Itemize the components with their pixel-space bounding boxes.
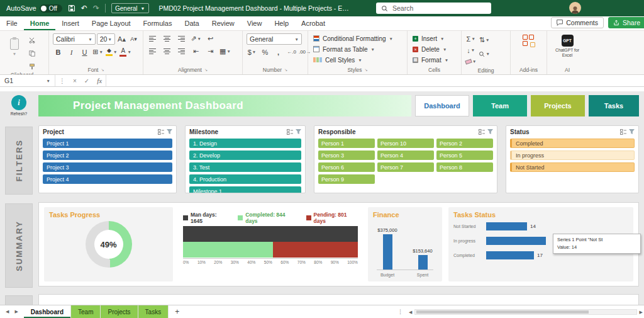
slicer-item-develop[interactable]: 2. Develop [189,150,301,160]
tab-view[interactable]: View [241,16,269,30]
tab-review[interactable]: Review [206,16,241,30]
slicer-item-design[interactable]: 1. Design [189,139,301,148]
slicer-item-person-1[interactable]: Person 1 [318,139,375,148]
slicer-item-person-6[interactable]: Person 6 [318,162,375,172]
comma-style-button[interactable]: , [273,47,284,57]
nav-tab-projects[interactable]: Projects [531,95,585,116]
scroll-right-icon[interactable]: ▶ [640,310,643,315]
nav-tab-team[interactable]: Team [473,95,527,116]
clear-filter-icon[interactable] [629,129,635,135]
slicer-item-in-progress[interactable]: In progress [510,150,635,160]
slicer-item-person-10[interactable]: Person 10 [377,139,434,148]
increase-indent-button[interactable]: ⇥ [205,46,216,57]
slicer-item-person-8[interactable]: Person 8 [436,162,493,172]
formula-input[interactable] [106,75,644,86]
conditional-formatting-button[interactable]: Conditional Formatting▼ [312,33,394,43]
sheet-tab-team[interactable]: Team [71,305,101,318]
orientation-button[interactable]: ⇗▼ [191,33,201,44]
insert-function-icon[interactable]: fx [93,77,106,84]
slicer-item-completed[interactable]: Completed [510,139,635,148]
sheet-tab-tasks[interactable]: Tasks [138,305,169,318]
slicer-item-test[interactable]: 3. Test [189,162,301,172]
grow-font-button[interactable]: A▴ [116,34,127,45]
slicer-item-person-4[interactable]: Person 4 [377,150,434,160]
number-format-combo[interactable]: General▼ [247,33,302,45]
fill-button[interactable]: ↓▼ [465,45,476,55]
save-icon[interactable] [68,4,75,12]
clear-button[interactable]: ▼ [465,56,476,67]
tab-insert[interactable]: Insert [55,16,86,30]
sheet-next-icon[interactable]: ▶ [14,309,18,314]
dialog-launcher-icon[interactable]: ↘ [204,67,208,72]
find-select-button[interactable]: ▼ [479,48,489,59]
cancel-icon[interactable]: × [69,77,80,84]
slicer-item-project-1[interactable]: Project 1 [43,139,172,148]
format-as-table-button[interactable]: Format as Table▼ [312,44,394,54]
copy-button[interactable] [26,48,37,59]
slicer-item-person-7[interactable]: Person 7 [377,162,434,172]
multiselect-icon[interactable] [620,129,626,135]
chatgpt-for-excel-button[interactable]: GPT ChatGPT for Excel [551,33,584,59]
tab-file[interactable]: File [0,16,24,30]
underline-button[interactable]: U [79,47,90,57]
slicer-item-person-3[interactable]: Person 3 [318,150,375,160]
slicer-item-project-4[interactable]: Project 4 [43,174,172,184]
font-size-combo[interactable]: 20▼ [97,33,115,45]
slicer-item-person-2[interactable]: Person 2 [436,139,493,148]
italic-button[interactable]: I [66,47,77,57]
bold-button[interactable]: B [53,47,64,57]
dialog-launcher-icon[interactable]: ↘ [365,67,368,72]
sort-filter-button[interactable]: ⇅▼ [479,35,489,45]
delete-cells-button[interactable]: ×Delete▼ [411,44,450,54]
paste-button[interactable]: ▼ [5,33,24,61]
nav-tab-dashboard[interactable]: Dashboard [415,95,469,116]
clear-filter-icon[interactable] [296,129,301,135]
quick-style-dropdown[interactable]: General▼ [111,3,149,13]
dialog-launcher-icon[interactable]: ↘ [101,67,104,72]
decrease-indent-button[interactable]: ⇤ [191,46,201,57]
wrap-text-button[interactable]: ↩ [205,33,216,44]
multiselect-icon[interactable] [479,129,485,135]
slicer-item-production[interactable]: 4. Production [189,174,301,184]
multiselect-icon[interactable] [287,129,293,135]
new-sheet-button[interactable]: + [169,305,186,318]
scrollbar-track[interactable] [414,309,636,315]
percent-button[interactable]: % [260,47,270,57]
tab-page-layout[interactable]: Page Layout [86,16,137,30]
autosum-button[interactable]: Σ▼ [465,33,476,44]
sheet-tab-projects[interactable]: Projects [101,305,138,318]
multiselect-icon[interactable] [158,129,164,135]
autosave-pill[interactable]: Off [40,4,62,13]
tab-acrobat[interactable]: Acrobat [295,16,331,30]
undo-icon[interactable]: ↶ [81,4,87,12]
slicer-item-not-started[interactable]: Not Started [510,162,635,172]
clear-filter-icon[interactable] [167,129,172,135]
align-right-icon[interactable] [176,46,187,57]
cell-styles-button[interactable]: Cell Styles▼ [312,55,394,65]
slicer-item-project-3[interactable]: Project 3 [43,162,172,172]
format-cells-button[interactable]: ▦Format▼ [411,55,450,65]
avatar[interactable] [569,2,581,14]
clear-filter-icon[interactable] [487,129,493,135]
cut-button[interactable] [26,35,37,45]
scrollbar-thumb[interactable] [416,310,589,314]
slicer-item-person-9[interactable]: Person 9 [318,174,375,184]
align-center-icon[interactable] [162,46,172,57]
addins-button[interactable] [520,33,538,48]
share-button[interactable]: Share [608,17,644,28]
tab-home[interactable]: Home [24,16,56,30]
align-left-icon[interactable] [147,46,158,57]
comments-button[interactable]: Comments [551,17,604,28]
align-top-icon[interactable] [147,33,158,44]
sheet-tab-dashboard[interactable]: Dashboard [24,305,71,318]
tab-data[interactable]: Data [178,16,205,30]
shrink-font-button[interactable]: A▾ [128,34,139,45]
merge-center-button[interactable]: ▦▼ [219,46,231,57]
sheet-prev-icon[interactable]: ◀ [6,309,9,314]
insert-cells-button[interactable]: +Insert▼ [411,33,450,43]
align-middle-icon[interactable] [162,33,172,44]
increase-decimal-button[interactable]: ←.0 [286,47,297,57]
horizontal-scrollbar[interactable]: ◀ ▶ [409,308,643,316]
name-box[interactable]: G1▼ [0,75,55,86]
enter-icon[interactable]: ✓ [80,77,93,84]
